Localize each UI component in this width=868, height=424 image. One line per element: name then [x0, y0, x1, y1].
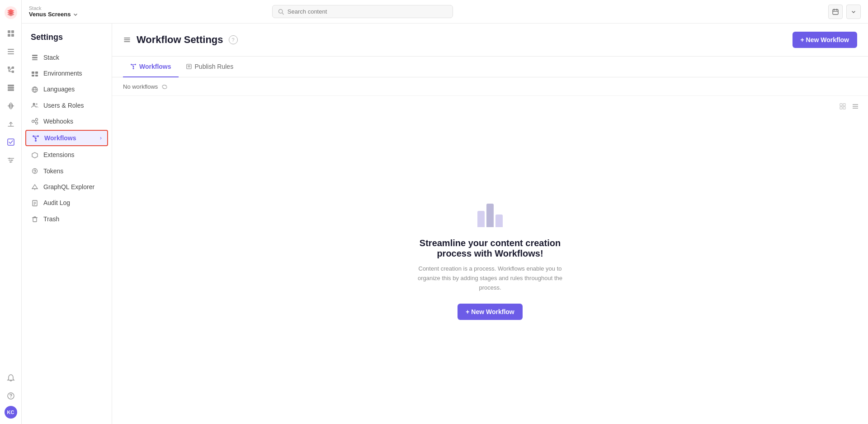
svg-point-43 [33, 103, 35, 105]
menu-icon[interactable] [123, 36, 131, 44]
empty-state-new-workflow-button[interactable]: + New Workflow [458, 304, 522, 320]
help-circle-icon[interactable] [3, 388, 19, 404]
tabs-bar: Workflows Publish Rules [112, 57, 868, 77]
svg-line-13 [9, 71, 12, 72]
sidebar-item-extensions[interactable]: Extensions [22, 147, 112, 163]
workflows-chevron-icon: › [100, 135, 102, 141]
brand-info: Stack Venus Screens [29, 5, 78, 18]
sidebar-item-audit-log[interactable]: Audit Log [22, 195, 112, 211]
svg-line-78 [132, 65, 133, 66]
view-grid-btn[interactable] [837, 101, 848, 111]
svg-rect-16 [8, 89, 14, 91]
svg-point-25 [9, 162, 11, 163]
svg-rect-5 [8, 49, 14, 50]
dropdown-btn[interactable] [846, 5, 861, 19]
empty-state: Streamline your content creation process… [112, 96, 868, 424]
svg-rect-83 [843, 104, 845, 106]
svg-rect-39 [32, 75, 34, 76]
nav-grid-icon[interactable] [3, 25, 19, 42]
nav-tree-icon[interactable] [3, 62, 19, 78]
svg-rect-7 [8, 53, 14, 54]
sidebar-item-audit-label: Audit Log [43, 199, 70, 206]
svg-rect-38 [35, 71, 38, 74]
search-input[interactable] [288, 8, 447, 15]
topbar-right [828, 5, 861, 19]
tab-publish-rules-label: Publish Rules [195, 63, 234, 70]
nav-filter-icon[interactable] [3, 152, 19, 168]
users-roles-icon [31, 101, 39, 109]
svg-rect-40 [35, 75, 38, 76]
audit-log-icon [31, 199, 39, 207]
svg-point-27 [10, 397, 11, 398]
nav-api-icon[interactable] [3, 98, 19, 114]
svg-rect-64 [33, 218, 37, 222]
sidebar-item-workflows[interactable]: Workflows › [25, 130, 108, 146]
new-workflow-button[interactable]: + New Workflow [793, 32, 857, 48]
sidebar-item-stack[interactable]: Stack [22, 49, 112, 65]
icon-navigation: KC [0, 0, 22, 424]
sidebar-item-languages-label: Languages [43, 86, 75, 93]
tab-workflows[interactable]: Workflows [123, 57, 179, 77]
topbar: Stack Venus Screens [22, 0, 868, 24]
svg-rect-9 [12, 67, 14, 69]
sidebar-item-graphql[interactable]: GraphQL Explorer [22, 179, 112, 195]
view-list-btn[interactable] [850, 101, 861, 111]
nav-upload-icon[interactable] [3, 116, 19, 132]
sidebar-item-trash[interactable]: Trash [22, 211, 112, 227]
sidebar-item-users-roles[interactable]: Users & Roles [22, 97, 112, 113]
brand-chevron-icon[interactable] [73, 12, 78, 17]
svg-rect-19 [8, 139, 14, 145]
sidebar-item-webhooks[interactable]: Webhooks [22, 113, 112, 129]
page-header: Workflow Settings ? + New Workflow [112, 24, 868, 57]
svg-rect-30 [833, 10, 838, 14]
app-logo[interactable] [4, 5, 18, 20]
sidebar-item-stack-label: Stack [43, 54, 59, 61]
sidebar-item-extensions-label: Extensions [43, 151, 74, 158]
svg-rect-37 [32, 71, 34, 74]
search-bar[interactable] [272, 5, 453, 18]
graphql-icon [31, 183, 39, 191]
calendar-btn[interactable] [828, 5, 843, 19]
page-header-left: Workflow Settings ? [123, 34, 238, 46]
sidebar-item-languages[interactable]: Languages [22, 81, 112, 97]
sidebar-item-trash-label: Trash [43, 215, 59, 223]
svg-point-23 [9, 158, 10, 159]
svg-line-56 [34, 137, 35, 138]
no-workflows-label: No workflows [123, 83, 158, 90]
svg-point-51 [37, 135, 39, 137]
workflows-tab-icon [130, 63, 137, 70]
empty-state-description: Content creation is a process. Workflows… [413, 264, 567, 292]
svg-point-53 [35, 140, 37, 142]
svg-rect-35 [32, 57, 38, 58]
workflows-icon [32, 134, 40, 142]
sidebar-item-webhooks-label: Webhooks [43, 118, 73, 125]
view-options [837, 101, 861, 111]
svg-rect-6 [8, 51, 14, 52]
search-icon [278, 9, 284, 15]
bar2 [486, 204, 494, 227]
empty-state-illustration [472, 200, 508, 227]
nav-layers-icon[interactable] [3, 80, 19, 96]
nav-checklist-icon[interactable] [3, 134, 19, 150]
svg-rect-36 [32, 59, 38, 60]
environments-icon [31, 69, 39, 77]
tab-workflows-label: Workflows [139, 63, 171, 70]
extensions-icon [31, 151, 39, 159]
languages-icon [31, 86, 39, 93]
notifications-icon[interactable] [3, 370, 19, 386]
svg-rect-4 [11, 34, 14, 37]
svg-point-46 [36, 119, 38, 121]
nav-list-icon[interactable] [3, 43, 19, 60]
sidebar-item-tokens[interactable]: Tokens [22, 163, 112, 179]
no-workflows-bar: No workflows [112, 77, 868, 96]
refresh-icon[interactable] [161, 83, 168, 90]
settings-title: Settings [22, 33, 112, 49]
tab-publish-rules[interactable]: Publish Rules [179, 57, 241, 77]
sidebar-item-environments[interactable]: Environments [22, 65, 112, 81]
sidebar-item-tokens-label: Tokens [43, 167, 63, 175]
svg-rect-15 [8, 87, 14, 89]
settings-sidebar: Settings Stack Environments Languages Us… [22, 24, 112, 424]
user-avatar[interactable]: KC [5, 406, 17, 419]
help-icon[interactable]: ? [229, 35, 238, 44]
svg-rect-3 [8, 34, 10, 37]
